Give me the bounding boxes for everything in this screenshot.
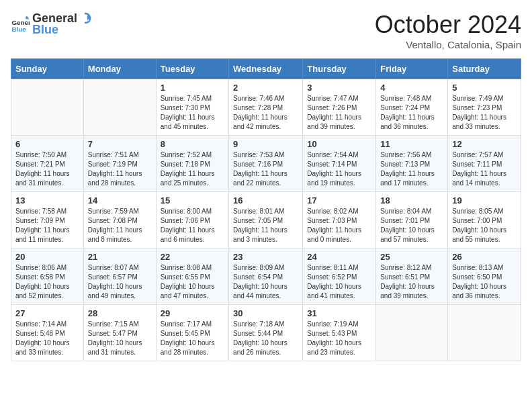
calendar-cell: 8Sunrise: 7:52 AMSunset: 7:18 PMDaylight…: [156, 136, 228, 192]
weekday-header-sunday: Sunday: [11, 59, 84, 79]
weekday-header-tuesday: Tuesday: [156, 59, 228, 79]
calendar-week-row: 13Sunrise: 7:58 AMSunset: 7:09 PMDayligh…: [11, 192, 521, 248]
day-number: 1: [161, 83, 224, 93]
calendar-cell: [376, 305, 448, 361]
day-number: 7: [88, 139, 152, 149]
calendar-cell: 17Sunrise: 8:02 AMSunset: 7:03 PMDayligh…: [303, 192, 376, 248]
day-number: 25: [380, 252, 443, 262]
day-detail: Sunrise: 7:47 AMSunset: 7:26 PMDaylight:…: [307, 94, 371, 132]
day-number: 2: [233, 83, 298, 93]
day-detail: Sunrise: 8:01 AMSunset: 7:05 PMDaylight:…: [233, 207, 298, 244]
weekday-header-monday: Monday: [83, 59, 156, 79]
calendar-cell: 4Sunrise: 7:48 AMSunset: 7:24 PMDaylight…: [376, 79, 448, 136]
day-detail: Sunrise: 7:57 AMSunset: 7:11 PMDaylight:…: [452, 150, 517, 188]
calendar-cell: 7Sunrise: 7:51 AMSunset: 7:19 PMDaylight…: [83, 136, 156, 192]
calendar-cell: [448, 305, 521, 361]
day-number: 6: [15, 139, 79, 149]
calendar-cell: 12Sunrise: 7:57 AMSunset: 7:11 PMDayligh…: [448, 136, 521, 192]
day-detail: Sunrise: 8:00 AMSunset: 7:06 PMDaylight:…: [161, 207, 224, 244]
calendar-cell: 5Sunrise: 7:49 AMSunset: 7:23 PMDaylight…: [448, 79, 521, 136]
logo-text: General Blue: [32, 11, 93, 37]
calendar-header-row: SundayMondayTuesdayWednesdayThursdayFrid…: [11, 59, 521, 79]
calendar-cell: 15Sunrise: 8:00 AMSunset: 7:06 PMDayligh…: [156, 192, 228, 248]
weekday-header-friday: Friday: [376, 59, 448, 79]
day-number: 21: [88, 252, 152, 262]
calendar-table: SundayMondayTuesdayWednesdayThursdayFrid…: [11, 58, 521, 361]
calendar-cell: 26Sunrise: 8:13 AMSunset: 6:50 PMDayligh…: [448, 248, 521, 305]
day-detail: Sunrise: 7:49 AMSunset: 7:23 PMDaylight:…: [452, 94, 517, 132]
day-detail: Sunrise: 7:19 AMSunset: 5:43 PMDaylight:…: [307, 320, 371, 357]
day-number: 14: [88, 195, 152, 205]
day-number: 29: [161, 308, 224, 318]
day-detail: Sunrise: 7:54 AMSunset: 7:14 PMDaylight:…: [307, 150, 371, 188]
logo: General Blue General Blue: [11, 11, 93, 37]
calendar-cell: 1Sunrise: 7:45 AMSunset: 7:30 PMDaylight…: [156, 79, 228, 136]
day-number: 27: [15, 308, 79, 318]
day-number: 20: [15, 252, 79, 262]
day-detail: Sunrise: 7:48 AMSunset: 7:24 PMDaylight:…: [380, 94, 443, 132]
calendar-cell: 21Sunrise: 8:07 AMSunset: 6:57 PMDayligh…: [83, 248, 156, 305]
day-detail: Sunrise: 7:17 AMSunset: 5:45 PMDaylight:…: [161, 320, 224, 357]
day-detail: Sunrise: 7:15 AMSunset: 5:47 PMDaylight:…: [88, 320, 152, 357]
calendar-cell: 2Sunrise: 7:46 AMSunset: 7:28 PMDaylight…: [229, 79, 303, 136]
day-detail: Sunrise: 8:09 AMSunset: 6:54 PMDaylight:…: [233, 263, 298, 301]
day-number: 10: [307, 139, 371, 149]
calendar-cell: 14Sunrise: 7:59 AMSunset: 7:08 PMDayligh…: [83, 192, 156, 248]
calendar-cell: 29Sunrise: 7:17 AMSunset: 5:45 PMDayligh…: [156, 305, 228, 361]
calendar-cell: 18Sunrise: 8:04 AMSunset: 7:01 PMDayligh…: [376, 192, 448, 248]
day-number: 15: [161, 195, 224, 205]
day-number: 18: [380, 195, 443, 205]
calendar-cell: 28Sunrise: 7:15 AMSunset: 5:47 PMDayligh…: [83, 305, 156, 361]
weekday-header-thursday: Thursday: [303, 59, 376, 79]
calendar-cell: [83, 79, 156, 136]
logo-icon: General Blue: [11, 15, 30, 34]
calendar-cell: 27Sunrise: 7:14 AMSunset: 5:48 PMDayligh…: [11, 305, 84, 361]
day-number: 9: [233, 139, 298, 149]
calendar-cell: 11Sunrise: 7:56 AMSunset: 7:13 PMDayligh…: [376, 136, 448, 192]
calendar-cell: 22Sunrise: 8:08 AMSunset: 6:55 PMDayligh…: [156, 248, 228, 305]
calendar-week-row: 27Sunrise: 7:14 AMSunset: 5:48 PMDayligh…: [11, 305, 521, 361]
day-number: 5: [452, 83, 517, 93]
day-number: 11: [380, 139, 443, 149]
day-detail: Sunrise: 7:14 AMSunset: 5:48 PMDaylight:…: [15, 320, 79, 357]
day-detail: Sunrise: 8:06 AMSunset: 6:58 PMDaylight:…: [15, 263, 79, 301]
calendar-cell: 19Sunrise: 8:05 AMSunset: 7:00 PMDayligh…: [448, 192, 521, 248]
page-header: General Blue General Blue October 2024 V…: [11, 11, 521, 50]
calendar-cell: 10Sunrise: 7:54 AMSunset: 7:14 PMDayligh…: [303, 136, 376, 192]
day-number: 31: [307, 308, 371, 318]
calendar-cell: 13Sunrise: 7:58 AMSunset: 7:09 PMDayligh…: [11, 192, 84, 248]
calendar-cell: 31Sunrise: 7:19 AMSunset: 5:43 PMDayligh…: [303, 305, 376, 361]
day-number: 12: [452, 139, 517, 149]
day-detail: Sunrise: 8:05 AMSunset: 7:00 PMDaylight:…: [452, 207, 517, 244]
day-number: 23: [233, 252, 298, 262]
title-block: October 2024 Ventallo, Catalonia, Spain: [375, 11, 521, 50]
day-detail: Sunrise: 7:59 AMSunset: 7:08 PMDaylight:…: [88, 207, 152, 244]
day-detail: Sunrise: 7:18 AMSunset: 5:44 PMDaylight:…: [233, 320, 298, 357]
calendar-cell: 6Sunrise: 7:50 AMSunset: 7:21 PMDaylight…: [11, 136, 84, 192]
day-detail: Sunrise: 8:08 AMSunset: 6:55 PMDaylight:…: [161, 263, 224, 301]
calendar-week-row: 6Sunrise: 7:50 AMSunset: 7:21 PMDaylight…: [11, 136, 521, 192]
day-detail: Sunrise: 8:11 AMSunset: 6:52 PMDaylight:…: [307, 263, 371, 301]
day-number: 4: [380, 83, 443, 93]
location-title: Ventallo, Catalonia, Spain: [375, 39, 521, 50]
weekday-header-saturday: Saturday: [448, 59, 521, 79]
day-detail: Sunrise: 7:46 AMSunset: 7:28 PMDaylight:…: [233, 94, 298, 132]
day-number: 24: [307, 252, 371, 262]
calendar-cell: 3Sunrise: 7:47 AMSunset: 7:26 PMDaylight…: [303, 79, 376, 136]
day-number: 16: [233, 195, 298, 205]
calendar-week-row: 20Sunrise: 8:06 AMSunset: 6:58 PMDayligh…: [11, 248, 521, 305]
logo-swoosh-icon: [78, 11, 93, 26]
day-number: 13: [15, 195, 79, 205]
day-number: 17: [307, 195, 371, 205]
month-title: October 2024: [375, 11, 521, 39]
day-number: 26: [452, 252, 517, 262]
calendar-cell: 24Sunrise: 8:11 AMSunset: 6:52 PMDayligh…: [303, 248, 376, 305]
day-detail: Sunrise: 7:52 AMSunset: 7:18 PMDaylight:…: [161, 150, 224, 188]
calendar-week-row: 1Sunrise: 7:45 AMSunset: 7:30 PMDaylight…: [11, 79, 521, 136]
day-detail: Sunrise: 8:04 AMSunset: 7:01 PMDaylight:…: [380, 207, 443, 244]
calendar-cell: [11, 79, 84, 136]
day-detail: Sunrise: 7:45 AMSunset: 7:30 PMDaylight:…: [161, 94, 224, 132]
calendar-cell: 20Sunrise: 8:06 AMSunset: 6:58 PMDayligh…: [11, 248, 84, 305]
calendar-cell: 30Sunrise: 7:18 AMSunset: 5:44 PMDayligh…: [229, 305, 303, 361]
day-detail: Sunrise: 7:51 AMSunset: 7:19 PMDaylight:…: [88, 150, 152, 188]
